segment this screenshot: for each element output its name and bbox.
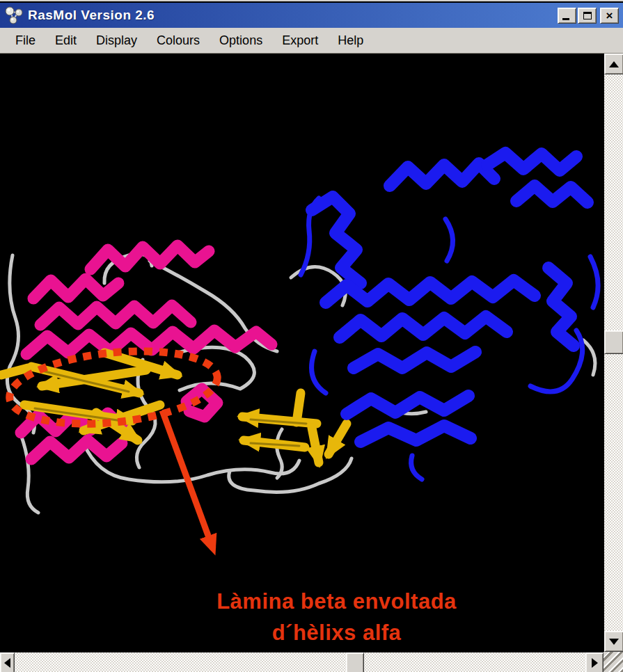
scroll-down-button[interactable]	[604, 631, 623, 652]
menu-export[interactable]: Export	[274, 31, 326, 51]
menu-colours[interactable]: Colours	[148, 31, 208, 51]
scroll-up-button[interactable]	[604, 54, 623, 74]
triangle-down-icon	[609, 639, 619, 645]
minimize-icon	[562, 18, 569, 20]
molecule-viewport[interactable]: Làmina beta envoltada d´hèlixs alfa	[0, 54, 604, 652]
horizontal-scrollbar[interactable]	[0, 652, 604, 672]
close-icon: ×	[606, 10, 613, 22]
triangle-up-icon	[609, 61, 619, 67]
rasmol-window: RasMol Version 2.6 × File Edit Display C…	[0, 0, 623, 672]
maximize-button[interactable]	[578, 8, 597, 24]
molecule-canvas	[0, 54, 604, 652]
menu-bar: File Edit Display Colours Options Export…	[0, 28, 623, 54]
menu-display[interactable]: Display	[88, 31, 145, 51]
menu-edit[interactable]: Edit	[47, 31, 85, 51]
annotation-arrow	[162, 410, 213, 549]
vertical-scrollbar[interactable]	[604, 54, 623, 652]
window-controls: ×	[558, 8, 619, 24]
title-bar[interactable]: RasMol Version 2.6 ×	[0, 3, 623, 28]
menu-help[interactable]: Help	[329, 31, 372, 51]
window-title: RasMol Version 2.6	[28, 8, 558, 23]
minimize-button[interactable]	[558, 8, 576, 24]
menu-file[interactable]: File	[7, 31, 44, 51]
caption-line-2: d´hèlixs alfa	[70, 617, 604, 648]
triangle-right-icon	[592, 658, 598, 668]
vertical-scroll-thumb[interactable]	[604, 330, 623, 354]
scroll-right-button[interactable]	[585, 653, 604, 672]
triangle-left-icon	[4, 658, 10, 668]
resize-grip[interactable]	[604, 652, 623, 672]
annotation-caption: Làmina beta envoltada d´hèlixs alfa	[0, 586, 604, 648]
scroll-left-button[interactable]	[0, 653, 15, 672]
close-button[interactable]: ×	[600, 8, 619, 24]
caption-line-1: Làmina beta envoltada	[70, 586, 604, 617]
maximize-icon	[583, 12, 592, 19]
rasmol-app-icon[interactable]	[4, 6, 24, 25]
menu-options[interactable]: Options	[211, 31, 271, 51]
horizontal-scroll-thumb[interactable]	[346, 653, 364, 672]
